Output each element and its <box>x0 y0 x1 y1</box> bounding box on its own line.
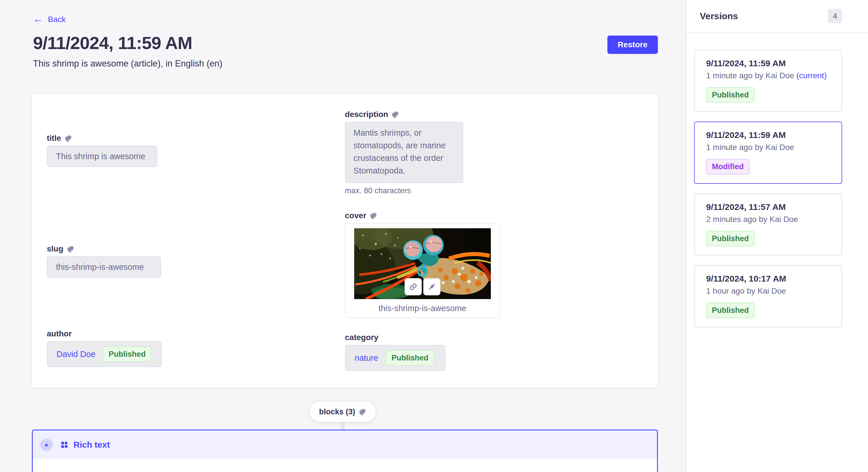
version-card-selected[interactable]: 9/11/2024, 11:59 AM 1 minute ago by Kai … <box>694 122 842 183</box>
author-field-label: author <box>47 329 345 338</box>
category-status-badge: Published <box>386 350 434 366</box>
globe-icon <box>392 111 399 119</box>
versions-list: 9/11/2024, 11:59 AM 1 minute ago by Kai … <box>686 33 868 339</box>
cover-media <box>354 228 491 299</box>
edit-button[interactable] <box>423 278 440 295</box>
back-link[interactable]: ← Back <box>33 14 66 25</box>
back-label: Back <box>48 15 66 24</box>
description-hint: max. 80 characters <box>345 187 643 195</box>
page-header: ← Back 9/11/2024, 11:59 AM Restore This … <box>0 0 685 69</box>
page-title: 9/11/2024, 11:59 AM <box>33 33 192 53</box>
version-meta: 1 minute ago by Kai Doe (current) <box>706 71 830 80</box>
author-field-group: author David Doe Published <box>47 329 345 367</box>
versions-title: Versions <box>700 11 738 22</box>
globe-icon <box>370 212 377 220</box>
block-title: Rich text <box>73 440 110 450</box>
description-field-label: description <box>345 110 643 119</box>
form-column-left: title slug author <box>47 94 345 371</box>
blocks-pill: blocks (3) <box>310 402 375 422</box>
pill-connector <box>341 422 345 430</box>
version-date: 9/11/2024, 11:59 AM <box>706 59 830 68</box>
category-field-group: category nature Published <box>345 333 643 371</box>
title-input <box>47 146 157 167</box>
version-meta: 1 minute ago by Kai Doe <box>706 143 830 152</box>
globe-icon <box>65 134 72 142</box>
author-link[interactable]: David Doe <box>57 349 95 359</box>
title-row: 9/11/2024, 11:59 AM Restore <box>33 33 658 54</box>
current-version-tag: (current) <box>796 71 827 80</box>
versions-sidebar: Versions 4 9/11/2024, 11:59 AM 1 minute … <box>685 0 868 472</box>
slug-field-group: slug <box>47 244 345 278</box>
versions-header: Versions 4 <box>686 0 868 32</box>
form-column-right: description Mantis shrimps, or stomatopo… <box>345 94 643 371</box>
copy-link-button[interactable] <box>404 278 422 295</box>
accordion-titlegroup: Rich text <box>60 440 110 450</box>
version-card[interactable]: 9/11/2024, 11:59 AM 1 minute ago by Kai … <box>694 50 842 112</box>
title-field-group: title <box>47 134 345 167</box>
back-arrow-icon: ← <box>33 14 43 24</box>
cover-asset-card: this-shrimp-is-awesome <box>345 223 500 318</box>
description-textarea: Mantis shrimps, or stomatopods, are mari… <box>345 122 463 183</box>
slug-field-label: slug <box>47 244 345 254</box>
entry-form-card: title slug author <box>32 94 658 387</box>
version-meta: 1 hour ago by Kai Doe <box>706 286 830 296</box>
version-meta: 2 minutes ago by Kai Doe <box>706 215 830 224</box>
version-status-badge: Published <box>706 231 755 246</box>
version-status-badge: Published <box>706 303 755 318</box>
link-icon <box>408 282 417 291</box>
pencil-icon <box>427 282 436 291</box>
author-relation-box: David Doe Published <box>47 341 162 367</box>
collapse-button[interactable] <box>40 438 53 451</box>
rich-text-block-header: Rich text <box>33 430 657 459</box>
main-content: ← Back 9/11/2024, 11:59 AM Restore This … <box>0 0 685 472</box>
category-link[interactable]: nature <box>355 353 378 363</box>
cover-field-label: cover <box>345 211 643 220</box>
globe-icon <box>67 245 74 253</box>
version-date: 9/11/2024, 11:57 AM <box>706 202 830 212</box>
version-date: 9/11/2024, 11:59 AM <box>706 130 830 140</box>
rich-text-block-body: body <box>33 459 657 472</box>
version-status-badge: Modified <box>706 159 749 174</box>
restore-button[interactable]: Restore <box>608 36 658 54</box>
versions-count-badge: 4 <box>828 9 842 23</box>
blocks-pill-label: blocks (3) <box>319 407 355 416</box>
description-field-group: description Mantis shrimps, or stomatopo… <box>345 110 643 195</box>
page-subtitle: This shrimp is awesome (article), in Eng… <box>33 59 658 69</box>
chevron-up-icon <box>44 443 49 447</box>
category-field-label: category <box>345 333 643 342</box>
blocks-pill-wrap: blocks (3) <box>0 402 685 430</box>
cover-field-group: cover <box>345 211 643 318</box>
version-date: 9/11/2024, 10:17 AM <box>706 274 830 283</box>
globe-icon <box>359 408 367 416</box>
slug-input <box>47 256 161 278</box>
version-card[interactable]: 9/11/2024, 10:17 AM 1 hour ago by Kai Do… <box>694 265 842 327</box>
version-history-page: ← Back 9/11/2024, 11:59 AM Restore This … <box>0 0 868 472</box>
blocks-grid-icon <box>60 441 68 449</box>
cover-actions <box>404 278 440 295</box>
rich-text-block: Rich text body <box>32 430 658 472</box>
version-status-badge: Published <box>706 87 755 103</box>
title-field-label: title <box>47 134 345 143</box>
author-status-badge: Published <box>103 346 151 362</box>
version-card[interactable]: 9/11/2024, 11:57 AM 2 minutes ago by Kai… <box>694 194 842 256</box>
cover-filename: this-shrimp-is-awesome <box>346 299 499 317</box>
category-relation-box: nature Published <box>345 345 445 371</box>
